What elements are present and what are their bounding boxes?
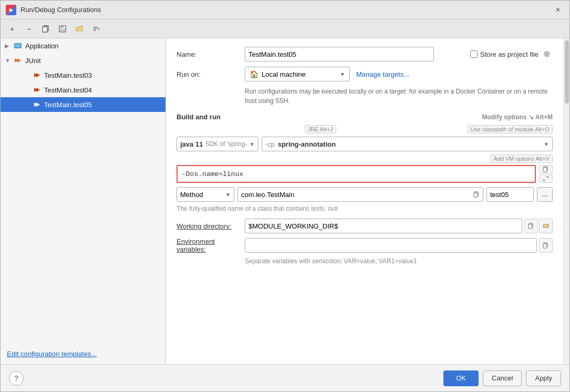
junit-icon <box>13 56 23 65</box>
svg-marker-17 <box>36 102 40 107</box>
build-run-section: Build and run Modify options ↘ Alt+M <box>177 113 553 121</box>
name-label: Name: <box>177 50 245 58</box>
classpath-value-text: spring-annotation <box>278 140 336 148</box>
sdk-row: java 11 SDK of 'spring- ▼ -cp spring-ann… <box>177 137 553 151</box>
expand-icon <box>543 176 549 182</box>
manage-targets-link[interactable]: Manage targets... <box>356 70 409 78</box>
run-on-dropdown[interactable]: 🏠 Local machine ▼ <box>245 67 350 81</box>
vm-side-buttons <box>539 165 553 183</box>
tree-item-test03[interactable]: TestMain.test03 <box>1 68 165 82</box>
sdk-select[interactable]: java 11 SDK of 'spring- ▼ <box>177 137 258 151</box>
window-title: Run/Debug Configurations <box>20 6 552 14</box>
add-vm-hint: Add VM options Alt+V <box>490 154 553 163</box>
class-input[interactable]: com.leo.TestMain <box>237 187 483 202</box>
svg-point-18 <box>546 53 548 56</box>
expand-arrow-junit: ▼ <box>5 57 13 64</box>
junit-label: JUnit <box>25 57 41 65</box>
workdir-browse-btn[interactable] <box>539 219 553 233</box>
method-select[interactable]: Method ▼ <box>177 187 234 202</box>
home-icon: 🏠 <box>250 70 258 78</box>
workdir-copy-icon <box>528 223 534 229</box>
gear-icon <box>543 50 551 58</box>
expand-arrow-application: ▶ <box>5 43 13 49</box>
gear-button[interactable] <box>541 48 553 60</box>
apply-button[interactable]: Apply <box>526 370 561 386</box>
env-vars-copy-btn[interactable] <box>539 238 553 253</box>
remove-button[interactable]: − <box>22 22 36 36</box>
dots-button[interactable]: ... <box>537 187 553 202</box>
tree-item-test05[interactable]: TestMain.test05 <box>1 97 165 112</box>
main-body: ▶ Application ▼ <box>1 38 569 364</box>
ok-button[interactable]: OK <box>443 370 479 386</box>
vm-options-row <box>177 165 553 183</box>
workdir-copy-btn[interactable] <box>524 219 538 233</box>
scrollbar[interactable] <box>563 38 569 364</box>
copy-icon <box>42 25 49 33</box>
method-name-input[interactable]: test05 <box>486 187 534 202</box>
svg-rect-1 <box>43 27 47 32</box>
main-window: ▶ Run/Debug Configurations × + − <box>0 0 570 392</box>
toolbar: + − <box>1 19 569 38</box>
svg-rect-27 <box>543 244 547 248</box>
copy-button[interactable] <box>38 22 53 36</box>
right-area: Name: Store as project file <box>166 38 569 364</box>
edit-config-link[interactable]: Edit configuration templates... <box>1 344 165 364</box>
env-vars-label: Environment variables: <box>177 238 245 253</box>
svg-marker-15 <box>36 88 40 92</box>
sort-button[interactable] <box>89 22 103 36</box>
app-icon: ▶ <box>6 5 16 15</box>
sort-icon <box>92 25 100 33</box>
svg-rect-3 <box>60 26 64 28</box>
scrollbar-thumb <box>565 40 569 104</box>
classpath-dropdown-arrow-icon: ▼ <box>544 141 549 147</box>
copy-small-icon <box>543 166 549 172</box>
sdk-detail-text: SDK of 'spring- <box>205 140 247 148</box>
store-checkbox[interactable] <box>470 50 478 58</box>
right-panel: Name: Store as project file <box>166 38 563 364</box>
svg-point-19 <box>544 51 550 57</box>
classpath-select[interactable]: -cp spring-annotation ▼ <box>262 137 553 151</box>
help-button[interactable]: ? <box>9 371 24 386</box>
tree-item-application[interactable]: ▶ Application <box>1 38 165 53</box>
tree-item-test04[interactable]: TestMain.test04 <box>1 82 165 97</box>
use-classpath-hint: Use classpath of module Alt+O <box>467 125 553 133</box>
svg-marker-11 <box>17 58 21 63</box>
vm-options-input[interactable] <box>177 165 536 183</box>
save-button[interactable] <box>55 22 70 36</box>
folder-icon <box>76 25 83 33</box>
name-input[interactable] <box>245 47 434 61</box>
java-version-text: java 11 <box>180 140 203 148</box>
close-button[interactable]: × <box>552 4 564 16</box>
store-label: Store as project file <box>480 50 538 58</box>
method-row: Method ▼ com.leo.TestMain test05 <box>177 187 553 202</box>
env-copy-icon <box>543 242 549 249</box>
env-vars-row: Environment variables: <box>177 238 553 253</box>
svg-rect-9 <box>15 44 20 47</box>
titlebar: ▶ Run/Debug Configurations × <box>1 1 569 19</box>
hints-row: JRE Alt+J Use classpath of module Alt+O <box>177 125 553 133</box>
jre-hint: JRE Alt+J <box>305 125 336 133</box>
cancel-button[interactable]: Cancel <box>483 370 522 386</box>
test04-label: TestMain.test04 <box>44 86 92 94</box>
svg-rect-21 <box>543 168 547 172</box>
test03-icon <box>32 70 42 80</box>
vm-copy-btn[interactable] <box>539 165 553 173</box>
tree-item-junit[interactable]: ▼ JUnit <box>1 53 165 68</box>
separator-hint: Separate variables with semicolon: VAR=v… <box>245 257 553 265</box>
test03-label: TestMain.test03 <box>44 71 92 79</box>
dropdown-arrow-icon: ▼ <box>340 71 345 77</box>
action-buttons: OK Cancel Apply <box>443 370 561 386</box>
folder-button[interactable] <box>72 22 87 36</box>
modify-options-link[interactable]: Modify options ↘ Alt+M <box>482 114 553 121</box>
method-label-text: Method <box>180 191 203 199</box>
vm-expand-btn[interactable] <box>539 174 553 183</box>
add-button[interactable]: + <box>5 22 19 36</box>
sdk-dropdown-arrow-icon: ▼ <box>250 141 255 147</box>
working-dir-input[interactable]: $MODULE_WORKING_DIR$ <box>245 219 522 233</box>
build-run-title: Build and run <box>177 113 221 121</box>
name-group: Name: <box>177 47 460 61</box>
test05-icon <box>32 100 42 109</box>
env-vars-input[interactable] <box>245 238 537 253</box>
working-dir-value: $MODULE_WORKING_DIR$ <box>248 222 338 230</box>
save-icon <box>59 25 66 33</box>
